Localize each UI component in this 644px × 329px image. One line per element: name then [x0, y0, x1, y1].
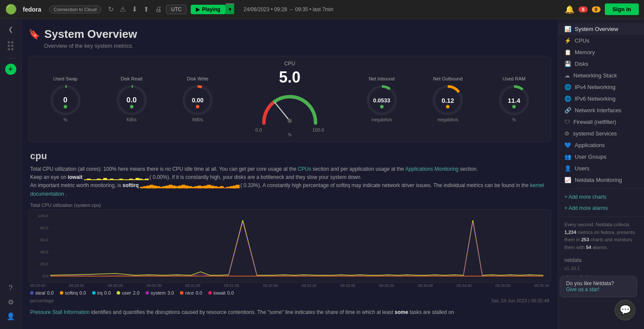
sidebar-label-memory: Memory — [575, 49, 595, 55]
system-label: system — [151, 290, 166, 295]
cpu-section: cpu Total CPU utilization (all cores). 1… — [28, 151, 551, 317]
cloud-icon: ☁ — [564, 72, 570, 79]
steal-dot — [30, 291, 34, 295]
svg-point-19 — [512, 105, 516, 108]
main-content: 🔖 System Overview Overview of the key sy… — [22, 19, 558, 329]
sidebar-item-ipv6[interactable]: 🌐 IPv6 Networking — [558, 93, 644, 105]
gauge-net-inbound: Net Inbound 0.0533 megabits/s — [365, 76, 399, 122]
softirq-legend-label: softirq — [65, 290, 78, 295]
chat-popup: Do you like Netdata? Give us a star! — [560, 276, 637, 297]
sidebar-item-cpus[interactable]: ⚡ CPUs — [558, 35, 644, 46]
memory-icon: 📋 — [564, 49, 571, 55]
playing-label: Playing — [202, 6, 220, 12]
sidebar-item-disks[interactable]: 💾 Disks — [558, 58, 644, 70]
sidebar-item-ipv4[interactable]: 🌐 IPv4 Networking — [558, 81, 644, 93]
netdata-version: v1.34.1 — [558, 265, 644, 272]
alarms-count: 54 — [586, 245, 591, 250]
sidebar-item-system-overview[interactable]: 📊 System Overview — [558, 23, 644, 35]
add-button[interactable]: + — [5, 64, 16, 75]
network-icon: 🔗 — [564, 107, 571, 114]
metrics-count: 1,234 — [564, 230, 576, 235]
cpu-chart[interactable]: 100.0 80.0 60.0 40.0 20.0 0.0 — [28, 209, 551, 283]
svg-line-9 — [275, 103, 290, 121]
gauge-netin-unit: megabits/s — [371, 117, 392, 122]
alert-icon[interactable]: ⚠ — [120, 5, 126, 13]
ipv6-icon: 🌐 — [564, 95, 571, 102]
sidebar-item-firewall[interactable]: 🛡 Firewall (netfilter) — [558, 116, 644, 128]
sidebar-toggle[interactable]: ❮ — [6, 23, 16, 35]
sidebar-divider — [558, 188, 644, 189]
user-dot — [117, 291, 120, 295]
softirq-legend-value: 0.0 — [80, 290, 86, 295]
psi-link[interactable]: Pressure Stall Information — [30, 309, 90, 315]
settings-icon[interactable]: ⚙ — [8, 298, 14, 306]
sidebar-item-networking-stack[interactable]: ☁ Networking Stack — [558, 70, 644, 81]
refresh-icon[interactable]: ↻ — [108, 5, 114, 13]
timezone-button[interactable]: UTC — [166, 5, 186, 14]
desc-text-1: Total CPU utilization (all cores). 100% … — [30, 166, 296, 172]
playing-button[interactable]: ▶ Playing — [191, 5, 226, 14]
cpu-section-title: cpu — [28, 151, 551, 162]
sidebar-label-applications: Applications — [575, 142, 605, 148]
help-icon[interactable]: ? — [9, 284, 12, 292]
topbar: 🟢 fedora Connection to Cloud ↻ ⚠ ⬇ ⬆ 🖨 U… — [0, 0, 644, 19]
psi-desc2: tasks are stalled on — [409, 309, 454, 315]
logo-icon: 🟢 — [5, 4, 17, 15]
sidebar-item-applications[interactable]: 💙 Applications — [558, 139, 644, 151]
softirq-wave: ▂▃▄▅▄▃▂▃▄▅▄▃▄▅▄▃▂▃▄▃▄▅▄▃▂▃▁▂▃▄▅ — [140, 183, 240, 188]
irq-value: 0.0 — [104, 290, 111, 295]
gauge-netout-ring: 0.12 — [430, 83, 465, 117]
bell-icon[interactable]: 🔔 — [565, 5, 574, 14]
disk-icon: 💾 — [564, 61, 571, 67]
add-more-alarms[interactable]: + Add more alarms — [558, 203, 644, 214]
system-value: 3.0 — [167, 290, 174, 295]
svg-text:100.0: 100.0 — [38, 213, 49, 218]
steal-label: steal — [35, 290, 45, 295]
chat-bubble[interactable]: 💬 — [615, 300, 635, 320]
app-monitoring-link[interactable]: Applications Monitoring — [405, 166, 458, 172]
sidebar-label-disks: Disks — [575, 61, 588, 67]
chart-unit-label: percentage — [30, 298, 54, 303]
sidebar-item-systemd[interactable]: ⚙ systemd Services — [558, 128, 644, 139]
softirq-dot — [60, 291, 63, 295]
cpus-link[interactable]: CPUs — [298, 166, 311, 172]
user-icon: 👤 — [564, 165, 571, 172]
legend-irq: irq 0.0 — [92, 290, 111, 295]
gauge-diskwrite-ring: 0.00 — [180, 83, 215, 117]
softirq-pre: An important metric worth monitoring, is — [30, 182, 121, 188]
playing-dropdown[interactable]: ▾ — [226, 3, 235, 15]
cpu-section-desc: Total CPU utilization (all cores). 100% … — [28, 165, 551, 198]
print-icon[interactable]: 🖨 — [155, 6, 162, 13]
iowait-legend-value: 0.0 — [227, 290, 234, 295]
add-more-charts[interactable]: + Add more charts — [558, 191, 644, 203]
svg-text:40.0: 40.0 — [40, 249, 48, 254]
topbar-right: 🔔 0 0 Sign in — [565, 3, 639, 15]
gauge-netout-label: Net Outbound — [433, 76, 463, 81]
upload-icon[interactable]: ⬆ — [143, 5, 149, 13]
chart-timestamp: Sat, 24 Jun 2023 | 09:35:48 — [491, 298, 549, 303]
chart-footer: percentage Sat, 24 Jun 2023 | 09:35:48 — [28, 297, 551, 304]
desc-text-2: section and per application usage at the — [313, 166, 404, 172]
sidebar-item-user-groups[interactable]: 👥 User Groups — [558, 151, 644, 163]
profile-icon[interactable]: 👤 — [6, 312, 15, 320]
download-icon[interactable]: ⬇ — [132, 5, 137, 13]
sidebar-item-users[interactable]: 👤 Users — [558, 163, 644, 174]
sidebar-item-memory[interactable]: 📋 Memory — [558, 46, 644, 58]
app-name: fedora — [23, 6, 41, 13]
page-title: System Overview — [44, 28, 137, 41]
gauge-diskwrite-value: 0.00 — [192, 97, 204, 104]
legend-system: system 3.0 — [146, 290, 174, 295]
sidebar-label-systemd: systemd Services — [573, 130, 617, 137]
cloud-badge[interactable]: Connection to Cloud — [49, 6, 102, 13]
sign-in-button[interactable]: Sign in — [605, 3, 639, 15]
sidebar-item-netdata-monitoring[interactable]: 📈 Netdata Monitoring — [558, 174, 644, 186]
cpu-gauge: CPU 5.0 0.0 100.0 % — [247, 61, 333, 137]
chat-rating[interactable]: Give us a star! — [566, 286, 599, 292]
chart-title: Total CPU utilization (system.cpu) — [28, 203, 551, 208]
gear-icon: ⚙ — [564, 130, 570, 137]
sidebar-item-network-interfaces[interactable]: 🔗 Network Interfaces — [558, 105, 644, 116]
gauge-ram-ring: 11.4 — [497, 83, 531, 117]
gauge-diskread-value: 0.0 — [127, 96, 137, 105]
softirq-label: softirq — [123, 182, 139, 188]
svg-point-13 — [380, 105, 384, 108]
